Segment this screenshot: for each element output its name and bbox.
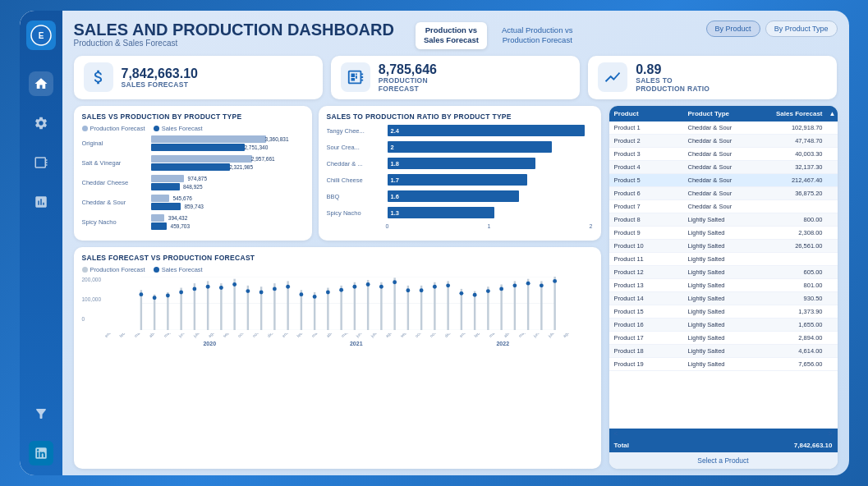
month-label: mayo xyxy=(163,333,177,338)
td-product: Product 10 xyxy=(609,240,683,252)
th-product-type: Product Type xyxy=(683,106,762,122)
ratio-label: BBQ xyxy=(327,193,384,200)
svg-point-32 xyxy=(313,295,317,299)
bar-chart-title: SALES VS PRODUCTION BY PRODUCT TYPE xyxy=(82,112,304,121)
select-product-btn[interactable]: Select a Product xyxy=(609,452,838,469)
sales-bar-val: 2,751,340 xyxy=(244,144,268,150)
td-forecast: 1,373.90 xyxy=(762,305,828,318)
table-row[interactable]: Product 2 Cheddar & Sour 47,748.70 xyxy=(609,135,838,148)
bar-row: Cheddar & Sour 545,676 859,743 xyxy=(82,195,304,210)
toggle-by-product-type[interactable]: By Product Type xyxy=(765,21,838,37)
td-type: Lightly Salted xyxy=(683,305,762,318)
bar-group: 3,360,831 2,751,340 xyxy=(151,135,304,151)
production-bar-val: 3,360,831 xyxy=(265,136,289,142)
table-row[interactable]: Product 14 Lightly Salted 930.50 xyxy=(609,292,838,305)
table-row[interactable]: Product 4 Cheddar & Sour 32,137.30 xyxy=(609,161,838,174)
page-title: SALES AND PRODUCTION DASHBOARD xyxy=(74,21,394,39)
table-body: Product 1 Cheddar & Sour 102,918.70 Prod… xyxy=(609,122,838,429)
app-logo: E xyxy=(26,21,56,50)
sales-bar: 2,321,985 xyxy=(151,163,231,171)
kpi-production-label: PRODUCTION FORECAST xyxy=(379,76,437,93)
sidebar-item-chart[interactable] xyxy=(29,190,53,214)
sidebar-item-settings[interactable] xyxy=(29,111,53,135)
table-row[interactable]: Product 9 Lightly Salted 2,308.00 xyxy=(609,227,838,240)
sidebar-item-filter[interactable] xyxy=(29,401,53,426)
month-label: septic... xyxy=(399,333,413,338)
ratio-bar-wrap: 1.8 xyxy=(388,158,593,169)
production-bar: 2,957,661 xyxy=(151,155,252,163)
right-panel: Product Product Type Sales Forecast ▲ Pr… xyxy=(609,106,838,469)
td-product: Product 16 xyxy=(609,319,683,331)
month-label: febrero xyxy=(296,333,310,338)
month-label: octubr... xyxy=(414,333,428,338)
logo-icon: E xyxy=(30,24,53,47)
td-forecast: 2,894.00 xyxy=(762,332,828,344)
ratio-bar-wrap: 2 xyxy=(388,141,593,153)
td-product: Product 12 xyxy=(609,266,683,278)
svg-point-44 xyxy=(393,281,397,285)
td-type: Lightly Salted xyxy=(683,213,762,226)
table-row[interactable]: Product 10 Lightly Salted 26,561.00 xyxy=(609,240,838,253)
table-row[interactable]: Product 8 Lightly Salted 800.00 xyxy=(609,213,838,227)
sidebar-item-home[interactable] xyxy=(29,71,53,96)
table-row[interactable]: Product 17 Lightly Salted 2,894.00 xyxy=(609,332,838,345)
svg-point-36 xyxy=(339,288,343,292)
kpi-sales-forecast: 7,842,663.10 SALES FORECAST xyxy=(74,56,323,100)
table-row[interactable]: Product 7 Cheddar & Sour xyxy=(609,200,838,213)
ratio-bar-wrap: 1.6 xyxy=(388,190,593,202)
sales-bar-val: 2,321,985 xyxy=(229,164,253,170)
kpi-row: 7,842,663.10 SALES FORECAST 8,785,646 PR… xyxy=(74,56,838,100)
table-row[interactable]: Product 6 Cheddar & Sour 36,875.20 xyxy=(609,187,838,200)
header: SALES AND PRODUCTION DASHBOARD Productio… xyxy=(74,21,838,49)
ratio-bar: 2 xyxy=(388,141,552,153)
table-row[interactable]: Product 3 Cheddar & Sour 40,003.30 xyxy=(609,148,838,161)
bar-label: Cheddar Cheese xyxy=(82,179,148,186)
table-row[interactable]: Product 19 Lightly Salted 7,656.00 xyxy=(609,358,838,371)
table-row[interactable]: Product 11 Lightly Salted xyxy=(609,253,838,266)
bar-label: Salt & Vinegar xyxy=(82,159,148,167)
table-row[interactable]: Product 12 Lightly Salted 605.00 xyxy=(609,266,838,279)
td-type: Cheddar & Sour xyxy=(683,135,762,147)
table-sort-btn[interactable]: ▲ xyxy=(828,106,838,122)
tab-production-vs-sales[interactable]: Production vsSales Forecast xyxy=(416,22,487,49)
month-label: novie... xyxy=(429,333,443,338)
td-forecast: 800.00 xyxy=(762,213,828,226)
production-bar: 974,875 xyxy=(151,175,185,182)
sales-bar: 2,751,340 xyxy=(151,144,246,151)
td-product: Product 19 xyxy=(609,358,683,370)
page-subtitle: Production & Sales Forecast xyxy=(74,39,394,48)
table-row[interactable]: Product 15 Lightly Salted 1,373.90 xyxy=(609,305,838,319)
td-product: Product 18 xyxy=(609,345,683,357)
tab-actual-vs-production[interactable]: Actual Production vsProduction Forecast xyxy=(494,22,581,49)
month-label: junio xyxy=(177,333,191,338)
table-row[interactable]: Product 1 Cheddar & Sour 102,918.70 xyxy=(609,122,838,135)
td-product: Product 5 xyxy=(609,174,683,186)
table-row[interactable]: Product 13 Lightly Salted 801.00 xyxy=(609,279,838,292)
production-bar-val: 2,957,661 xyxy=(251,156,275,162)
kpi-sales-icon xyxy=(84,62,113,92)
sidebar-item-factory[interactable] xyxy=(29,150,53,175)
td-product: Product 9 xyxy=(609,227,683,239)
svg-point-40 xyxy=(366,282,370,287)
td-type: Lightly Salted xyxy=(683,240,762,252)
td-product: Product 1 xyxy=(609,122,683,134)
legend-production: Production Forecast xyxy=(82,125,145,132)
line-chart-svg-container: enerofebreromarzoabrilmayojuniojulioagos… xyxy=(103,277,593,346)
table-row[interactable]: Product 18 Lightly Salted 4,614.00 xyxy=(609,345,838,358)
month-label: julio xyxy=(547,333,561,338)
ratio-val: 1.3 xyxy=(388,209,399,217)
toggle-by-product[interactable]: By Product xyxy=(706,21,760,37)
td-forecast: 47,748.70 xyxy=(762,135,828,147)
td-type: Lightly Salted xyxy=(683,345,762,357)
sidebar-item-linkedin[interactable] xyxy=(29,441,53,465)
month-label: enero xyxy=(103,333,117,338)
svg-point-12 xyxy=(179,291,183,295)
td-type: Lightly Salted xyxy=(683,292,762,305)
title-block: SALES AND PRODUCTION DASHBOARD Productio… xyxy=(74,21,394,48)
ratio-bar-wrap: 1.3 xyxy=(388,207,593,218)
table-row[interactable]: Product 16 Lightly Salted 1,655.00 xyxy=(609,319,838,332)
svg-point-38 xyxy=(352,285,356,289)
svg-point-10 xyxy=(166,294,170,298)
table-row[interactable]: Product 5 Cheddar & Sour 212,467.40 xyxy=(609,174,838,187)
svg-point-56 xyxy=(473,293,477,297)
